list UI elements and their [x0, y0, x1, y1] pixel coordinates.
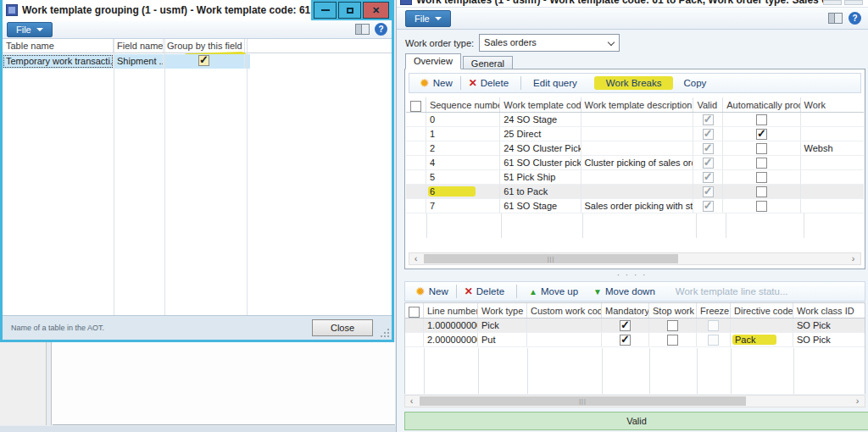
horizontal-scrollbar[interactable]: ‹ ||| › — [404, 395, 865, 407]
tab-general[interactable]: General — [463, 56, 513, 69]
valid-checkbox — [703, 172, 714, 183]
caret-down-icon — [36, 28, 43, 31]
help-icon[interactable]: ? — [375, 23, 387, 36]
help-icon[interactable]: ? — [849, 12, 861, 25]
group-by-checkbox[interactable] — [198, 55, 209, 66]
attachments-icon[interactable] — [355, 24, 370, 35]
file-menu-button[interactable]: File — [7, 22, 53, 37]
auto-process-checkbox[interactable] — [756, 158, 767, 169]
auto-process-checkbox[interactable] — [756, 143, 767, 154]
mandatory-checkbox[interactable] — [620, 335, 631, 346]
cell-table-name[interactable]: Temporary work transacti... — [3, 54, 114, 69]
work-order-type-label: Work order type: — [405, 38, 474, 48]
column-header-line-number[interactable]: Line number — [424, 303, 478, 318]
cell-field-name[interactable]: Shipment ... — [114, 54, 164, 69]
scroll-right-icon[interactable]: › — [851, 396, 864, 407]
table-row[interactable]: 2 24 SO Cluster Pick Websh — [406, 141, 864, 156]
new-button[interactable]: ✹New — [420, 78, 453, 88]
move-up-button[interactable]: ▲Move up — [529, 286, 578, 296]
title-bar[interactable]: Work template grouping (1 - usmf) - Work… — [3, 0, 392, 20]
tab-overview[interactable]: Overview — [405, 53, 461, 69]
highlight-marker: 6 — [428, 186, 476, 197]
select-all-checkbox[interactable] — [409, 307, 420, 318]
background-sidebar — [0, 342, 47, 425]
table-row[interactable]: 1 25 Direct — [406, 127, 864, 141]
minimize-button[interactable] — [823, 0, 842, 5]
delete-line-button[interactable]: ✕Delete — [465, 285, 504, 297]
column-header-sequence[interactable]: Sequence number — [426, 97, 500, 112]
attachments-icon[interactable] — [828, 13, 843, 24]
close-button[interactable]: Close — [312, 319, 373, 336]
copy-button[interactable]: Copy — [683, 78, 706, 88]
auto-process-checkbox[interactable] — [756, 129, 767, 140]
table-row[interactable]: 4 61 SO Cluster pick Cluster picking of … — [406, 156, 864, 170]
column-header-field-name[interactable]: Field name — [114, 39, 164, 53]
move-down-button[interactable]: ▼Move down — [593, 286, 655, 296]
column-header-table-name[interactable]: Table name — [3, 39, 114, 53]
column-line — [164, 39, 165, 315]
column-header-work-class-id[interactable]: Work class ID — [793, 303, 856, 318]
status-text: Name of a table in the AOT. — [11, 324, 312, 332]
work-template-grouping-window: Work template grouping (1 - usmf) - Work… — [0, 0, 394, 342]
scroll-right-icon[interactable]: › — [847, 253, 860, 264]
column-header-custom-work-code[interactable]: Custom work code — [527, 303, 602, 318]
menu-bar: File ? — [397, 8, 868, 30]
select-all-checkbox-cell[interactable] — [405, 303, 424, 318]
delete-button[interactable]: ✕Delete — [469, 77, 509, 89]
column-header-valid[interactable]: Valid — [693, 97, 723, 112]
valid-checkbox — [703, 201, 714, 212]
window-buttons: ✕ — [311, 0, 392, 20]
table-row[interactable]: 0 24 SO Stage — [406, 113, 864, 127]
select-all-checkbox-cell[interactable] — [406, 97, 426, 112]
column-header-group-by[interactable]: Group by this field — [164, 39, 245, 53]
lines-toolbar: ✹New ✕Delete ▲Move up ▼Move down Work te… — [404, 281, 865, 302]
column-header-stop-work[interactable]: Stop work — [649, 303, 697, 318]
new-line-button[interactable]: ✹New — [415, 286, 448, 296]
horizontal-scrollbar[interactable]: ‹ ||| › — [409, 252, 861, 265]
scroll-left-icon[interactable]: ‹ — [409, 253, 422, 264]
window-title: Work templates (1 - usmf) - Work templat… — [416, 0, 836, 6]
scrollbar-thumb[interactable]: ||| — [420, 396, 746, 406]
templates-group-box: ✹New ✕Delete Edit query Work Breaks Copy… — [404, 69, 865, 269]
title-bar[interactable]: Work templates (1 - usmf) - Work templat… — [397, 0, 868, 8]
select-all-checkbox[interactable] — [410, 101, 421, 112]
status-bar: Name of a table in the AOT. Close — [3, 315, 392, 340]
table-row[interactable]: 5 51 Pick Ship — [406, 170, 864, 185]
splitter-handle[interactable]: · · · · — [396, 273, 868, 280]
edit-query-button[interactable]: Edit query — [533, 78, 577, 88]
column-header-directive-code[interactable]: Directive code — [731, 303, 793, 318]
column-header-code[interactable]: Work template code — [500, 97, 581, 112]
minimize-button[interactable] — [314, 2, 337, 19]
auto-process-checkbox[interactable] — [756, 201, 767, 212]
column-header-work[interactable]: Work — [801, 97, 864, 112]
maximize-button[interactable] — [338, 2, 361, 19]
column-header-freeze[interactable]: Freeze — [697, 303, 731, 318]
close-window-button[interactable]: ✕ — [363, 2, 389, 19]
table-row-selected[interactable]: 6 61 to Pack — [406, 185, 864, 199]
cell-group-by[interactable] — [164, 54, 245, 69]
valid-checkbox — [703, 186, 714, 197]
column-header-work-type[interactable]: Work type — [478, 303, 527, 318]
auto-process-checkbox[interactable] — [756, 172, 767, 183]
scrollbar-thumb[interactable]: ||| — [424, 254, 678, 263]
work-order-type-select[interactable]: Sales orders — [479, 34, 620, 52]
maximize-button[interactable] — [844, 0, 863, 5]
stop-work-checkbox[interactable] — [667, 335, 678, 346]
column-header-mandatory[interactable]: Mandatory — [602, 303, 649, 318]
file-menu-button[interactable]: File — [405, 10, 451, 27]
stop-work-checkbox[interactable] — [667, 320, 678, 331]
table-row[interactable]: 7 61 SO Stage Sales order picking with s… — [406, 199, 864, 213]
column-header-auto-process[interactable]: Automatically process — [723, 97, 800, 112]
mandatory-checkbox[interactable] — [620, 320, 631, 331]
column-header-description[interactable]: Work template description — [581, 97, 694, 112]
work-breaks-button[interactable]: Work Breaks — [594, 76, 674, 90]
table-row[interactable]: Temporary work transacti... Shipment ... — [3, 54, 250, 69]
auto-process-checkbox[interactable] — [756, 186, 767, 197]
auto-process-checkbox[interactable] — [756, 114, 767, 125]
scroll-left-icon[interactable]: ‹ — [405, 396, 418, 407]
work-templates-window: Work templates (1 - usmf) - Work templat… — [396, 0, 868, 432]
table-row-selected[interactable]: 1.0000000000 Pick SO Pick — [405, 318, 865, 333]
file-menu-label: File — [16, 25, 31, 35]
resize-grip[interactable] — [380, 328, 390, 338]
table-row[interactable]: 2.0000000000 Put Pack SO Pick — [405, 333, 865, 347]
